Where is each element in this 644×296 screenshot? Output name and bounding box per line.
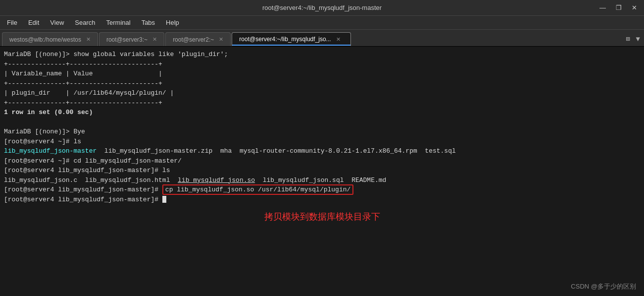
line-2: +---------------+-----------------------… [4,59,640,69]
cursor [162,196,166,203]
menu-tabs[interactable]: Tabs [137,17,160,28]
tab-2[interactable]: root@server3:~ ✕ [99,32,164,46]
line-12: [root@server4 lib_mysqludf_json-master]#… [4,166,640,176]
tab-1-close[interactable]: ✕ [86,36,91,43]
tab-bar: westos@wlb:/home/westos ✕ root@server3:~… [0,30,644,47]
menu-edit[interactable]: Edit [23,17,44,28]
tab-4[interactable]: root@server4:~/lib_mysqludf_jso... ✕ [232,32,350,46]
line-9: [root@server4 ~]# ls [4,137,640,147]
menu-file[interactable]: File [2,17,22,28]
line-13: lib_mysqludf_json.c lib_mysqludf_json.ht… [4,176,640,185]
line-blank [4,118,640,127]
line-8: MariaDB [(none)]> Bye [4,127,640,137]
line-5: | plugin_dir | /usr/lib64/mysql/plugin/ … [4,88,640,98]
terminal: MariaDB [(none)]> show global variables … [0,47,644,296]
tab-bar-extras: ⊞ ▼ [624,34,642,46]
tab-1[interactable]: westos@wlb:/home/westos ✕ [2,32,98,46]
line-7: 1 row in set (0.00 sec) [4,108,640,118]
tab-3-label: root@server2:~ [173,36,214,43]
menu-search[interactable]: Search [70,17,100,28]
line-14: [root@server4 lib_mysqludf_json-master]#… [4,185,640,195]
tab-dropdown-icon[interactable]: ▼ [634,34,642,44]
line-1: MariaDB [(none)]> show global variables … [4,50,640,59]
line-4: +---------------+-----------------------… [4,79,640,89]
tab-2-close[interactable]: ✕ [152,36,157,43]
line-3: | Variable_name | Value | [4,69,640,79]
minimize-button[interactable]: — [596,3,609,12]
maximize-button[interactable]: ❐ [613,3,625,12]
tab-3[interactable]: root@server2:~ ✕ [165,32,231,46]
tab-3-close[interactable]: ✕ [219,36,223,43]
menu-bar: File Edit View Search Terminal Tabs Help [0,16,644,30]
watermark: CSDN @多于少的区别 [571,282,636,292]
title-bar: root@server4:~/lib_mysqludf_json-master … [0,0,644,16]
tab-4-close[interactable]: ✕ [336,36,341,43]
tab-1-label: westos@wlb:/home/westos [9,36,81,43]
menu-help[interactable]: Help [161,17,184,28]
line-15: [root@server4 lib_mysqludf_json-master]# [4,195,640,205]
menu-view[interactable]: View [45,17,69,28]
line-11: [root@server4 ~]# cd lib_mysqludf_json-m… [4,156,640,166]
annotation: 拷贝模块到数据库模块目录下 [4,210,640,224]
tab-4-label: root@server4:~/lib_mysqludf_jso... [239,36,331,43]
window-title: root@server4:~/lib_mysqludf_json-master [262,4,382,11]
line-6: +---------------+-----------------------… [4,98,640,108]
window-controls: — ❐ ✕ [596,3,640,12]
menu-terminal[interactable]: Terminal [101,17,136,28]
line-10: lib_mysqludf_json-master lib_mysqludf_js… [4,146,640,156]
new-tab-icon[interactable]: ⊞ [624,34,632,44]
tab-2-label: root@server3:~ [106,36,148,43]
close-button[interactable]: ✕ [629,3,640,12]
